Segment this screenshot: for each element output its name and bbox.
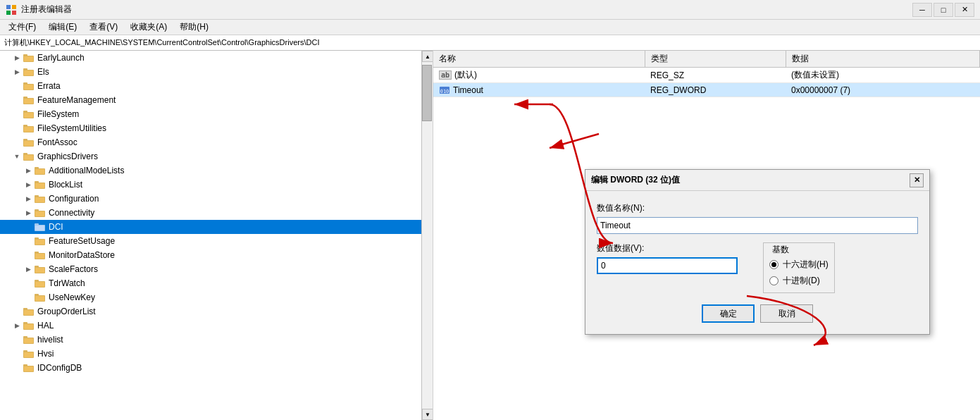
tree-label: UseNewKey — [49, 292, 95, 302]
folder-icon — [34, 250, 46, 260]
menu-bar: 文件(F) 编辑(E) 查看(V) 收藏夹(A) 帮助(H) — [0, 20, 980, 35]
tree-item-dci[interactable]: DCI — [0, 220, 421, 234]
folder-icon — [23, 53, 35, 63]
tree-scrollbar[interactable]: ▲ ▼ — [421, 51, 433, 420]
reg-name: (默认) — [454, 69, 477, 81]
menu-file[interactable]: 文件(F) — [3, 20, 42, 35]
svg-rect-63 — [24, 324, 33, 329]
folder-icon — [23, 67, 35, 77]
minimize-button[interactable]: ─ — [912, 3, 932, 17]
scroll-thumb[interactable] — [422, 65, 432, 121]
radio-group: 十六进制(H) 十进制(D) — [769, 259, 829, 287]
menu-view[interactable]: 查看(V) — [84, 20, 123, 35]
tree-item-configuration[interactable]: Configuration — [0, 192, 421, 206]
tree-label: FileSystemUtilities — [37, 123, 106, 133]
name-label: 数值名称(N): — [597, 202, 918, 214]
tree-item-filesystem[interactable]: FileSystem — [0, 107, 421, 121]
tree-label: FeatureManagement — [37, 95, 116, 105]
expand-icon[interactable] — [11, 66, 23, 78]
tree-item-tdrwatch[interactable]: TdrWatch — [0, 276, 421, 290]
name-input[interactable] — [597, 217, 918, 234]
svg-rect-65 — [23, 336, 27, 338]
expand-icon[interactable] — [23, 165, 34, 176]
svg-rect-9 — [24, 70, 33, 75]
maximize-button[interactable]: □ — [934, 3, 953, 17]
menu-help[interactable]: 帮助(H) — [174, 20, 214, 35]
tree-label: FeatureSetUsage — [49, 236, 115, 246]
tree-item-fontassoc[interactable]: FontAssoc — [0, 135, 421, 149]
tree-panel: EarlyLaunch Els Errata — [0, 51, 433, 420]
svg-rect-48 — [35, 254, 44, 259]
tree-item-usenewkey[interactable]: UseNewKey — [0, 290, 421, 304]
menu-edit[interactable]: 编辑(E) — [43, 20, 82, 35]
folder-icon — [23, 95, 35, 105]
folder-icon — [34, 208, 46, 218]
folder-icon — [34, 236, 46, 246]
dialog-close-button[interactable]: ✕ — [910, 173, 924, 187]
svg-rect-26 — [23, 153, 27, 155]
tree-item-hvsi[interactable]: Hvsi — [0, 347, 421, 361]
svg-rect-69 — [24, 352, 33, 357]
address-path: 计算机\HKEY_LOCAL_MACHINE\SYSTEM\CurrentCon… — [4, 37, 319, 48]
tree-label: FileSystem — [37, 109, 79, 119]
tree-item-graphicsdrivers[interactable]: GraphicsDrivers — [0, 149, 421, 163]
tree-item-featuremanagement[interactable]: FeatureManagement — [0, 93, 421, 107]
tree-item-additionalmodelists[interactable]: AdditionalModeLists — [0, 163, 421, 178]
tree-label: Hvsi — [37, 349, 54, 359]
svg-rect-38 — [35, 209, 39, 211]
tree-item-errata[interactable]: Errata — [0, 79, 421, 93]
svg-rect-71 — [23, 364, 27, 366]
folder-icon — [34, 264, 46, 274]
svg-rect-68 — [23, 350, 27, 352]
svg-rect-33 — [35, 183, 44, 188]
tree-label: hivelist — [37, 335, 63, 345]
folder-icon — [34, 278, 46, 288]
scroll-down-button[interactable]: ▼ — [422, 409, 433, 420]
svg-rect-3 — [12, 11, 16, 15]
tree-item-els[interactable]: Els — [0, 65, 421, 79]
radio-hex[interactable]: 十六进制(H) — [769, 259, 829, 271]
radio-dec[interactable]: 十进制(D) — [769, 275, 829, 287]
reg-type: REG_DWORD — [645, 83, 786, 97]
tree-item-grouporderlist[interactable]: GroupOrderList — [0, 304, 421, 319]
dialog-titlebar: 编辑 DWORD (32 位)值 ✕ — [585, 170, 929, 191]
close-window-button[interactable]: ✕ — [955, 3, 974, 17]
folder-icon — [23, 307, 35, 316]
expand-icon[interactable] — [11, 151, 23, 162]
svg-rect-30 — [35, 169, 44, 174]
expand-icon[interactable] — [11, 52, 23, 63]
reg-data: (数值未设置) — [786, 68, 980, 83]
cancel-button[interactable]: 取消 — [760, 304, 813, 323]
tree-item-hal[interactable]: HAL — [0, 319, 421, 333]
expand-icon[interactable] — [23, 179, 34, 190]
base-section: 基数 十六进制(H) 十进制(D) — [763, 242, 918, 293]
reg-name-cell: ab (默认) — [433, 68, 645, 83]
expand-icon[interactable] — [11, 320, 23, 331]
svg-rect-21 — [24, 127, 33, 132]
tree-item-filesystemutilities[interactable]: FileSystemUtilities — [0, 121, 421, 135]
scroll-up-button[interactable]: ▲ — [422, 51, 433, 62]
tree-item-idconfigdb[interactable]: IDConfigDB — [0, 361, 421, 375]
tree-item-connectivity[interactable]: Connectivity — [0, 206, 421, 220]
expand-icon[interactable] — [23, 193, 34, 204]
svg-rect-41 — [35, 223, 39, 226]
table-row[interactable]: 010 Timeout REG_DWORD 0x00000007 (7) — [433, 83, 980, 97]
tree-item-hivelist[interactable]: hivelist — [0, 333, 421, 347]
ok-button[interactable]: 确定 — [702, 304, 755, 323]
tree-item-scalefactors[interactable]: ScaleFactors — [0, 262, 421, 276]
svg-rect-72 — [24, 366, 33, 371]
data-input[interactable] — [597, 257, 738, 274]
tree-item-earlylaunch[interactable]: EarlyLaunch — [0, 51, 421, 65]
tree-item-blocklist[interactable]: BlockList — [0, 178, 421, 192]
expand-icon[interactable] — [23, 207, 34, 218]
expand-icon[interactable] — [23, 264, 34, 275]
tree-label: AdditionalModeLists — [49, 166, 124, 175]
svg-rect-35 — [35, 195, 39, 197]
menu-favorites[interactable]: 收藏夹(A) — [125, 20, 173, 35]
svg-rect-45 — [35, 240, 44, 245]
tree-item-featuresetusage[interactable]: FeatureSetUsage — [0, 234, 421, 248]
svg-rect-14 — [23, 97, 27, 99]
tree-item-monitordatastore[interactable]: MonitorDataStore — [0, 248, 421, 262]
table-row[interactable]: ab (默认) REG_SZ (数值未设置) — [433, 68, 980, 83]
folder-icon — [34, 194, 46, 204]
